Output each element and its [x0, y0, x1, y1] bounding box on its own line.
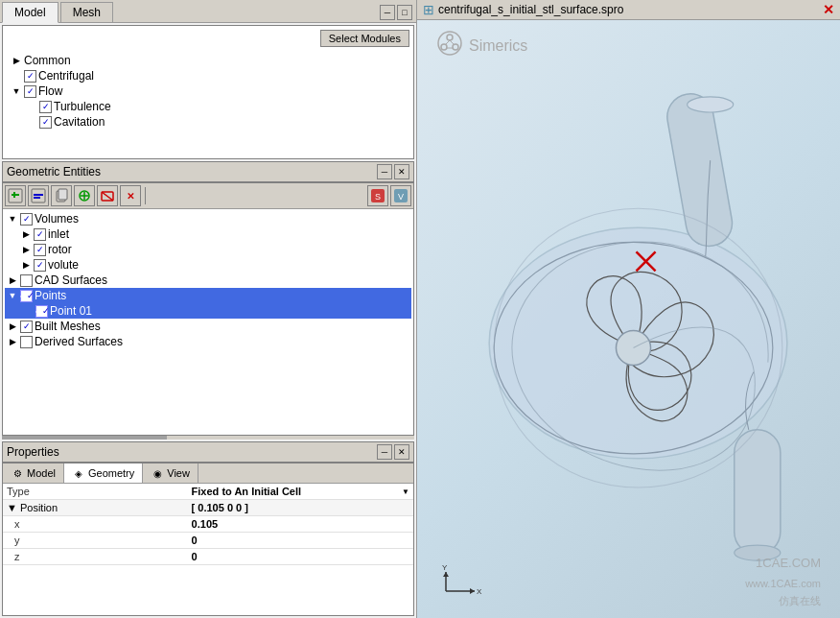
minimize-model-btn[interactable]: ─ [380, 5, 395, 20]
derived-surfaces-expand-icon: ▶ [7, 336, 18, 347]
scroll-thumb[interactable] [2, 436, 167, 440]
inlet-label: inlet [48, 227, 69, 241]
flow-checkbox[interactable] [24, 85, 36, 98]
geo-tool-2[interactable] [28, 185, 49, 206]
point01-indent [24, 305, 34, 317]
props-minimize-btn[interactable]: ─ [377, 444, 392, 460]
flow-expand-icon: ▼ [11, 85, 22, 97]
common-row[interactable]: ▶ Common [9, 53, 408, 68]
props-tab-model-label: Model [27, 467, 56, 479]
props-tab-view-label: View [167, 467, 190, 479]
cavitation-row[interactable]: Cavitation [9, 114, 408, 130]
position-value: [ 0.105 0 0 ] [188, 500, 413, 516]
point01-label: Point 01 [50, 304, 92, 318]
props-tab-geometry[interactable]: ◈ Geometry [64, 464, 143, 483]
svg-marker-34 [470, 588, 475, 594]
tab-mesh[interactable]: Mesh [60, 2, 113, 22]
built-meshes-label: Built Meshes [35, 320, 101, 333]
svg-text:V: V [398, 192, 404, 202]
tab-model[interactable]: Model [2, 2, 58, 23]
svg-text:X: X [477, 587, 482, 596]
type-row: Type Fixed to An Initial Cell ▼ [3, 484, 413, 500]
x-row: x 0.105 [3, 516, 413, 533]
built-meshes-row[interactable]: ▶ Built Meshes [5, 319, 411, 334]
props-tab-view[interactable]: ◉ View [143, 464, 198, 483]
view-close-btn[interactable]: ✕ [823, 2, 834, 17]
position-expand: ▼ Position [3, 500, 188, 516]
rotor-expand-icon: ▶ [20, 244, 32, 255]
centrifugal-row[interactable]: Centrifugal [9, 68, 408, 83]
restore-model-btn[interactable]: □ [397, 5, 412, 20]
turbulence-label: Turbulence [54, 100, 111, 113]
y-value: 0 [188, 533, 413, 549]
cavitation-checkbox[interactable] [39, 116, 52, 129]
props-close-btn[interactable]: ✕ [394, 444, 409, 460]
props-tab-model[interactable]: ⚙ Model [3, 464, 64, 483]
inlet-expand-icon: ▶ [20, 228, 32, 240]
common-label: Common [24, 54, 71, 67]
geo-tool-1[interactable] [5, 185, 26, 206]
view-title: centrifugal_s_initial_stl_surface.spro [438, 3, 623, 16]
turbulence-row[interactable]: Turbulence [9, 99, 408, 114]
x-value: 0.105 [188, 516, 413, 533]
geo-tool-4[interactable] [74, 185, 95, 206]
view-tab-indicator: ⊞ [423, 2, 434, 17]
cad-surfaces-label: CAD Surfaces [35, 273, 107, 287]
geo-tool-right-2[interactable]: V [390, 185, 411, 206]
centrifugal-checkbox[interactable] [24, 70, 36, 83]
geo-delete-btn[interactable]: ✕ [120, 185, 141, 206]
axes-indicator: X Y [436, 562, 484, 604]
type-dropdown-arrow[interactable]: ▼ [402, 487, 409, 496]
points-checkbox[interactable]: ✓ [20, 290, 33, 302]
geo-tool-5[interactable] [97, 185, 118, 206]
type-value: Fixed to An Initial Cell ▼ [188, 484, 413, 500]
flow-row[interactable]: ▼ Flow [9, 83, 408, 99]
inlet-row[interactable]: ▶ inlet [5, 226, 411, 242]
volute-checkbox[interactable] [34, 259, 46, 272]
volumes-checkbox[interactable] [20, 213, 33, 226]
built-meshes-checkbox[interactable] [20, 321, 33, 333]
svg-point-27 [688, 97, 734, 112]
cad-surfaces-checkbox[interactable] [20, 274, 33, 287]
svg-line-12 [102, 192, 113, 201]
pump-3d-view [417, 20, 840, 618]
volumes-row[interactable]: ▼ Volumes [5, 211, 411, 226]
points-row[interactable]: ▼ ✓ Points [5, 288, 411, 303]
z-row: z 0 [3, 549, 413, 565]
view-titlebar: ⊞ centrifugal_s_initial_stl_surface.spro… [417, 0, 840, 20]
geo-tool-3[interactable] [51, 185, 72, 206]
type-label: Type [3, 484, 188, 500]
y-label: y [3, 533, 188, 549]
derived-surfaces-checkbox[interactable] [20, 336, 33, 348]
geo-entities-title: Geometric Entities [7, 165, 101, 178]
volute-row[interactable]: ▶ volute [5, 257, 411, 273]
turbulence-checkbox[interactable] [39, 101, 52, 113]
viewport[interactable]: Simerics [417, 20, 840, 618]
derived-surfaces-row[interactable]: ▶ Derived Surfaces [5, 334, 411, 349]
volumes-label: Volumes [35, 212, 79, 226]
rotor-row[interactable]: ▶ rotor [5, 242, 411, 257]
centrifugal-indent [12, 70, 22, 82]
flow-label: Flow [38, 84, 62, 98]
geo-close-btn[interactable]: ✕ [394, 164, 409, 179]
centrifugal-label: Centrifugal [38, 69, 94, 83]
inlet-checkbox[interactable] [34, 228, 46, 241]
z-value: 0 [188, 549, 413, 565]
right-panel: ⊞ centrifugal_s_initial_stl_surface.spro… [417, 0, 840, 618]
select-modules-button[interactable]: Select Modules [320, 30, 409, 47]
geo-minimize-btn[interactable]: ─ [377, 164, 392, 179]
cad-surfaces-row[interactable]: ▶ CAD Surfaces [5, 273, 411, 288]
point01-row[interactable]: ✓ Point 01 [5, 303, 411, 319]
geo-tool-right-1[interactable]: S [367, 185, 388, 206]
rotor-checkbox[interactable] [34, 244, 46, 256]
points-expand-icon: ▼ [7, 290, 18, 301]
turbulence-indent [28, 101, 37, 112]
svg-rect-26 [664, 90, 735, 250]
built-meshes-expand-icon: ▶ [7, 321, 18, 332]
scroll-track[interactable] [2, 436, 414, 440]
properties-table: Type Fixed to An Initial Cell ▼ ▼ Positi… [3, 484, 413, 565]
point01-checkbox[interactable]: ✓ [35, 305, 48, 318]
volute-expand-icon: ▶ [20, 259, 32, 271]
properties-panel: ⚙ Model ◈ Geometry ◉ View Type Fix [2, 463, 414, 616]
geo-entities-header: Geometric Entities ─ ✕ [2, 161, 414, 182]
